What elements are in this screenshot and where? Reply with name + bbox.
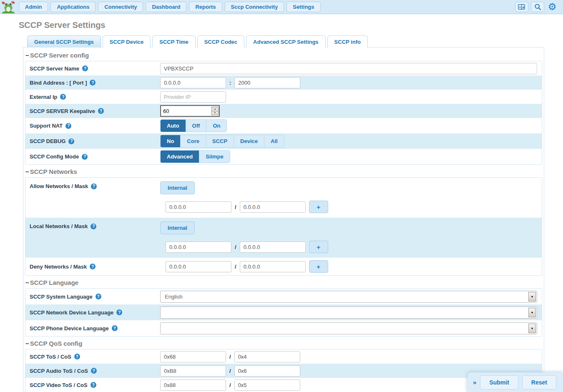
nav-item-connectivity[interactable]: Connectivity xyxy=(98,2,143,13)
audio-cos-input[interactable] xyxy=(234,365,300,377)
mode-option-silmpe[interactable]: Silmpe xyxy=(199,151,230,163)
help-icon[interactable]: ? xyxy=(90,264,96,269)
tab-sccp-device[interactable]: SCCP Device xyxy=(103,35,151,48)
debug-option-core[interactable]: Core xyxy=(181,135,206,147)
debug-option-all[interactable]: All xyxy=(264,135,284,147)
local-internal-button[interactable]: Internal xyxy=(160,221,195,234)
tab-content: − SCCP Server config SCCP Server Name ? … xyxy=(23,47,544,392)
allow-mask-input[interactable] xyxy=(240,201,306,213)
field-label: SCCP Phone Device Language ? xyxy=(30,325,160,332)
help-icon[interactable]: ? xyxy=(74,354,80,359)
help-icon[interactable]: ? xyxy=(98,108,104,114)
chevron-down-icon[interactable]: ▼ xyxy=(528,292,536,302)
settings-gear-button[interactable]: ⚙ xyxy=(545,1,559,13)
collapse-bar-icon[interactable]: » xyxy=(473,379,476,386)
tab-sccp-info[interactable]: SCCP info xyxy=(327,35,368,48)
section-title-text: SCCP QoS config xyxy=(30,340,83,347)
external-ip-input[interactable] xyxy=(160,91,226,103)
audio-tos-input[interactable] xyxy=(160,365,226,377)
cos-input[interactable] xyxy=(234,351,300,362)
help-icon[interactable]: ? xyxy=(91,183,97,189)
number-spinner[interactable]: ▲ ▼ xyxy=(211,107,219,115)
field-label: SCCP Video ToS / CoS ? xyxy=(30,382,160,388)
field-label: SCCP System Language ? xyxy=(30,294,160,300)
nav-item-admin[interactable]: Admin xyxy=(19,2,48,13)
tos-input[interactable] xyxy=(160,351,226,362)
help-icon[interactable]: ? xyxy=(90,224,96,229)
network-device-language-select[interactable]: ▼ xyxy=(160,307,537,319)
field-row-bind-address: Bind Address : [ Port ] ? : xyxy=(25,75,542,90)
collapse-icon[interactable]: − xyxy=(25,52,29,59)
help-icon[interactable]: ? xyxy=(112,325,118,331)
label-text: SCCP SERVER Keepalive xyxy=(30,108,95,114)
tab-advanced-sccp-settings[interactable]: Advanced SCCP Settings xyxy=(246,35,326,48)
help-icon[interactable]: ? xyxy=(68,138,74,144)
help-icon[interactable]: ? xyxy=(90,382,96,388)
keepalive-input[interactable] xyxy=(160,105,220,117)
section-title-text: SCCP Networks xyxy=(30,168,77,175)
slash-separator: / xyxy=(235,244,236,250)
local-network-input[interactable] xyxy=(166,241,231,253)
reset-button[interactable]: Reset xyxy=(522,375,556,389)
nav-item-reports[interactable]: Reports xyxy=(189,2,222,13)
submit-button[interactable]: Submit xyxy=(480,375,518,389)
floating-action-bar: » Submit Reset xyxy=(467,372,563,392)
server-name-input[interactable] xyxy=(160,63,537,74)
local-mask-input[interactable] xyxy=(240,241,306,253)
deny-mask-input[interactable] xyxy=(240,261,306,272)
help-icon[interactable]: ? xyxy=(96,294,101,299)
nav-item-dashboard[interactable]: Dashboard xyxy=(146,2,186,13)
chevron-down-icon[interactable]: ▼ xyxy=(528,324,536,333)
nav-item-sccp-connectivity[interactable]: Sccp Connectivity xyxy=(225,2,284,13)
field-label: Support NAT ? xyxy=(30,123,160,129)
settings-tabs: General SCCP Settings SCCP Device SCCP T… xyxy=(27,35,544,47)
language-button[interactable]: A xyxy=(515,2,528,12)
collapse-icon[interactable]: − xyxy=(25,340,29,347)
help-icon[interactable]: ? xyxy=(91,368,97,374)
search-button[interactable] xyxy=(531,2,544,12)
help-icon[interactable]: ? xyxy=(116,309,122,315)
phone-device-language-select[interactable]: ▼ xyxy=(160,322,537,334)
tab-general-sccp-settings[interactable]: General SCCP Settings xyxy=(27,35,101,48)
label-text: Allow Networks / Mask xyxy=(30,183,88,189)
tab-sccp-time[interactable]: SCCP Time xyxy=(152,35,196,48)
collapse-icon[interactable]: − xyxy=(25,279,29,286)
field-row-phone-device-language: SCCP Phone Device Language ? ▼ xyxy=(25,320,542,336)
help-icon[interactable]: ? xyxy=(60,94,66,100)
nat-option-on[interactable]: On xyxy=(206,120,226,132)
debug-option-no[interactable]: No xyxy=(161,135,181,147)
spinner-up-icon[interactable]: ▲ xyxy=(212,107,218,111)
local-add-button[interactable]: + xyxy=(309,241,328,253)
debug-option-sccp[interactable]: SCCP xyxy=(206,135,234,147)
help-icon[interactable]: ? xyxy=(82,154,88,160)
allow-network-input[interactable] xyxy=(166,201,231,213)
field-label: External Ip ? xyxy=(30,94,160,100)
section-header-language: − SCCP Language xyxy=(25,276,542,288)
chevron-down-icon[interactable]: ▼ xyxy=(528,308,536,317)
video-cos-input[interactable] xyxy=(234,379,300,391)
label-text: SCCP DEBUG xyxy=(30,138,65,144)
bind-port-input[interactable] xyxy=(234,77,300,88)
sccp-debug-toggle-group: No Core SCCP Device All xyxy=(160,135,284,148)
frog-logo-icon xyxy=(1,1,16,13)
deny-add-button[interactable]: + xyxy=(309,260,328,273)
bind-address-input[interactable] xyxy=(160,77,226,88)
debug-option-device[interactable]: Device xyxy=(234,135,264,147)
nav-item-applications[interactable]: Applications xyxy=(50,2,96,13)
nat-option-off[interactable]: Off xyxy=(186,120,207,132)
nav-item-settings[interactable]: Settings xyxy=(287,2,320,13)
help-icon[interactable]: ? xyxy=(82,65,88,71)
label-text: SCCP Phone Device Language xyxy=(30,325,109,332)
nat-option-auto[interactable]: Auto xyxy=(161,120,186,132)
mode-option-advanced[interactable]: Advanced xyxy=(161,151,199,163)
collapse-icon[interactable]: − xyxy=(25,168,29,175)
allow-internal-button[interactable]: Internal xyxy=(160,181,195,194)
system-language-select[interactable]: English ▼ xyxy=(160,291,537,303)
tab-sccp-codec[interactable]: SCCP Codec xyxy=(197,35,244,48)
video-tos-input[interactable] xyxy=(160,379,226,391)
deny-network-input[interactable] xyxy=(166,261,231,272)
help-icon[interactable]: ? xyxy=(65,123,71,129)
help-icon[interactable]: ? xyxy=(90,80,96,85)
spinner-down-icon[interactable]: ▼ xyxy=(212,111,218,115)
allow-add-button[interactable]: + xyxy=(309,201,328,213)
